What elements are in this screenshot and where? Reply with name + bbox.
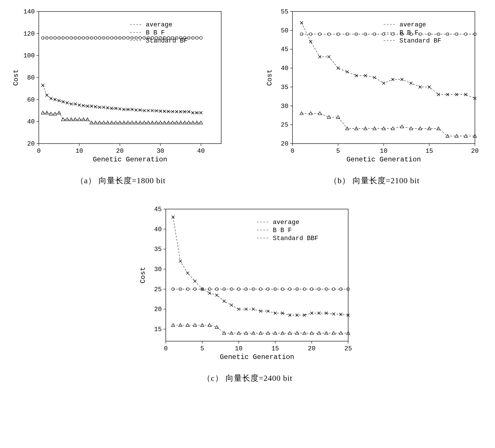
chart-b-caption: （b） 向量长度=2100 bit <box>329 175 419 186</box>
y-tick-label: 30 <box>281 103 288 110</box>
legend-label: Standard BF <box>146 37 188 45</box>
series-line-B B F <box>43 113 201 123</box>
x-tick-label: 5 <box>200 345 204 352</box>
plot-frame <box>166 209 348 341</box>
x-tick-label: 25 <box>344 345 352 352</box>
y-tick-label: 60 <box>27 96 35 104</box>
y-tick-label: 50 <box>281 27 288 34</box>
x-axis-label: Genetic Generation <box>346 156 421 163</box>
series-line-B B F <box>173 325 348 333</box>
legend-label: average <box>146 21 172 28</box>
y-tick-label: 35 <box>281 84 288 91</box>
y-tick-label: 55 <box>281 8 288 16</box>
series-line-average <box>173 217 348 315</box>
y-tick-label: 120 <box>23 30 35 38</box>
page: 01020304020406080100120140Genetic Genera… <box>0 0 495 448</box>
bottom-row: 051015202515202530354045Genetic Generati… <box>11 203 484 384</box>
x-tick-label: 0 <box>164 345 167 352</box>
chart-b-block: 051015202025303540455055Genetic Generati… <box>265 6 484 186</box>
x-tick-label: 20 <box>471 148 479 155</box>
x-tick-label: 20 <box>116 148 124 155</box>
chart-a-block: 01020304020406080100120140Genetic Genera… <box>11 6 230 186</box>
chart-a: 01020304020406080100120140Genetic Genera… <box>11 6 230 167</box>
y-tick-label: 45 <box>281 46 288 53</box>
x-tick-label: 10 <box>380 148 387 155</box>
y-tick-label: 15 <box>154 326 161 333</box>
y-tick-label: 40 <box>154 226 161 233</box>
y-tick-label: 45 <box>154 206 161 213</box>
legend-label: B B F <box>273 227 292 234</box>
y-tick-label: 20 <box>281 140 288 148</box>
x-tick-label: 10 <box>76 148 83 155</box>
y-tick-label: 20 <box>27 140 35 148</box>
legend-label: Standard BF <box>400 37 441 45</box>
y-axis-label: Cost <box>266 69 273 86</box>
chart-b: 051015202025303540455055Genetic Generati… <box>265 6 484 167</box>
x-axis-label: Genetic Generation <box>219 353 294 361</box>
legend-label: B B F <box>146 29 165 36</box>
y-tick-label: 140 <box>23 8 35 16</box>
y-tick-label: 40 <box>27 118 35 125</box>
legend-label: B B F <box>400 29 419 36</box>
y-axis-label: Cost <box>139 267 147 283</box>
x-tick-label: 20 <box>308 345 315 352</box>
x-tick-label: 0 <box>37 148 41 155</box>
x-axis-label: Genetic Generation <box>93 156 167 163</box>
x-tick-label: 15 <box>425 148 433 155</box>
plot-frame <box>39 11 221 144</box>
y-tick-label: 20 <box>154 306 161 313</box>
chart-c-caption: （c） 向量长度=2400 bit <box>203 373 292 384</box>
y-tick-label: 25 <box>281 121 288 129</box>
x-tick-label: 40 <box>197 148 205 155</box>
x-tick-label: 5 <box>336 148 340 155</box>
legend-label: average <box>273 219 299 226</box>
y-tick-label: 80 <box>27 74 35 82</box>
top-row: 01020304020406080100120140Genetic Genera… <box>11 6 484 186</box>
chart-c-block: 051015202515202530354045Genetic Generati… <box>138 203 357 384</box>
plot-frame <box>292 11 475 144</box>
legend-label: average <box>400 21 426 28</box>
x-tick-label: 30 <box>157 148 164 155</box>
legend-label: Standard BBF <box>273 235 318 242</box>
y-tick-label: 30 <box>154 266 161 273</box>
y-tick-label: 40 <box>281 65 288 72</box>
y-axis-label: Cost <box>12 69 20 86</box>
x-tick-label: 15 <box>271 345 279 352</box>
chart-a-caption: （a） 向量长度=1800 bit <box>76 175 166 186</box>
series-line-average <box>43 85 201 113</box>
y-tick-label: 35 <box>154 246 161 253</box>
series-line-B B F <box>302 113 475 136</box>
x-tick-label: 0 <box>290 148 294 155</box>
chart-c: 051015202515202530354045Genetic Generati… <box>138 203 357 364</box>
y-tick-label: 100 <box>23 52 35 59</box>
y-tick-label: 25 <box>154 286 161 293</box>
x-tick-label: 10 <box>235 345 242 352</box>
